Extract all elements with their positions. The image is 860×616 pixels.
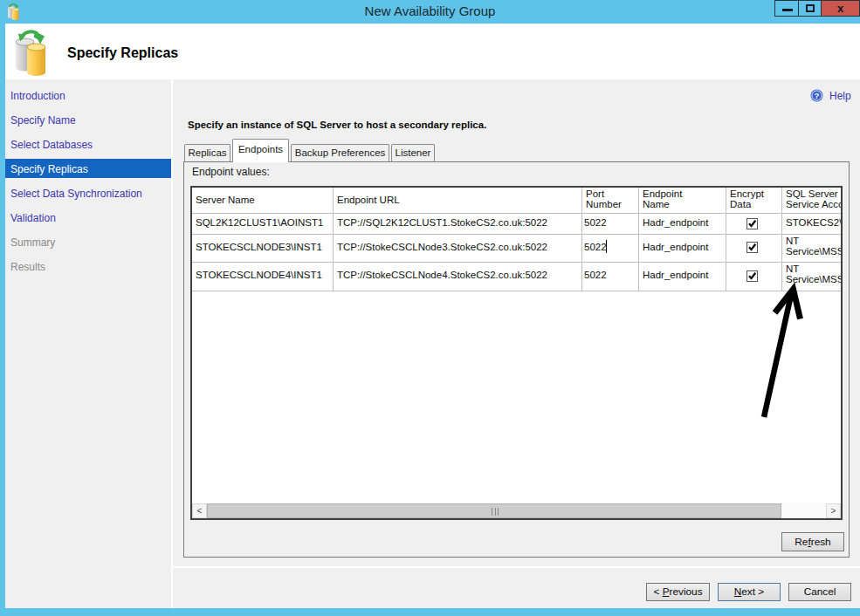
svg-text:?: ? bbox=[815, 91, 820, 100]
